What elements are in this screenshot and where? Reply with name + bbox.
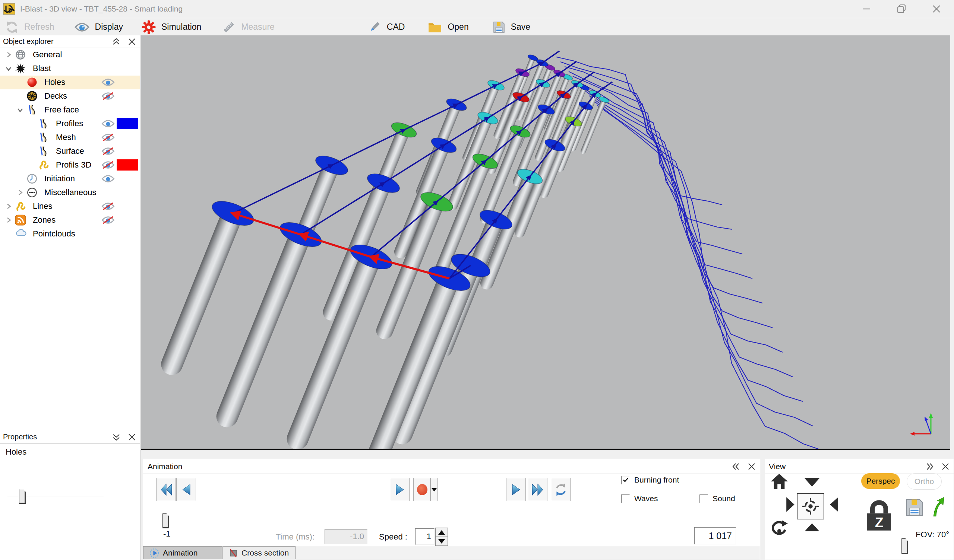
pan-up-button[interactable] bbox=[803, 523, 821, 532]
tree-item-holes[interactable]: Holes bbox=[0, 76, 140, 89]
chevron-right-icon[interactable] bbox=[5, 51, 12, 58]
toolbar-item-open[interactable]: Open bbox=[428, 21, 468, 33]
chevron-down-icon[interactable] bbox=[17, 106, 23, 113]
tree-item-zones[interactable]: Zones bbox=[0, 213, 140, 227]
tree-item-label: Lines bbox=[33, 201, 53, 211]
toolbar-item-cad[interactable]: CAD bbox=[368, 20, 405, 34]
blast-3d-scene[interactable] bbox=[141, 35, 950, 449]
tree-item-miscellaneous[interactable]: Miscellaneous bbox=[0, 186, 140, 199]
tree-item-decks[interactable]: Decks bbox=[0, 89, 140, 103]
sound-checkbox-row[interactable]: Sound bbox=[700, 494, 735, 503]
play-button[interactable] bbox=[390, 478, 410, 501]
misc-icon bbox=[26, 187, 37, 198]
export-up-button[interactable] bbox=[931, 496, 945, 517]
toolbar-label-cad: CAD bbox=[387, 22, 405, 32]
freeface-icon bbox=[38, 132, 49, 143]
3d-viewport[interactable] bbox=[141, 35, 950, 450]
speed-down-button[interactable] bbox=[435, 537, 448, 546]
toolbar-item-display[interactable]: Display bbox=[75, 22, 123, 33]
perspective-toggle[interactable]: Perspec bbox=[861, 473, 900, 489]
time-field[interactable]: -1.0 bbox=[324, 529, 368, 544]
collapse-panel-icon[interactable] bbox=[112, 432, 121, 442]
tree-item-profils-3d[interactable]: Profils 3D bbox=[0, 158, 140, 172]
toolbar-item-save[interactable]: Save bbox=[493, 21, 530, 34]
collapse-panel-icon[interactable] bbox=[112, 37, 121, 46]
record-button[interactable] bbox=[413, 478, 438, 501]
waves-checkbox-row[interactable]: Waves bbox=[621, 494, 658, 503]
speed-field[interactable]: 1 bbox=[415, 528, 435, 545]
pan-down-button[interactable] bbox=[803, 477, 821, 487]
loop-button[interactable] bbox=[551, 478, 571, 501]
burning-front-checkbox[interactable] bbox=[621, 476, 630, 484]
tab-animation-label: Animation bbox=[163, 548, 198, 557]
tree-item-profiles[interactable]: Profiles bbox=[0, 117, 140, 131]
close-button[interactable] bbox=[919, 0, 954, 18]
tree-item-pointclouds[interactable]: Pointclouds bbox=[0, 227, 140, 241]
toolbar-label-simulation: Simulation bbox=[161, 22, 201, 32]
visibility-eye-icon[interactable] bbox=[101, 119, 115, 128]
chevron-right-icon[interactable] bbox=[5, 203, 12, 210]
tree-item-lines[interactable]: Lines bbox=[0, 199, 140, 213]
step-forward-button[interactable] bbox=[506, 478, 526, 501]
restore-button[interactable] bbox=[884, 0, 919, 18]
sound-checkbox[interactable] bbox=[700, 495, 708, 503]
burning-front-checkbox-row[interactable]: Burning front bbox=[621, 476, 679, 484]
visibility-eye-icon[interactable] bbox=[101, 174, 115, 183]
pan-left-button[interactable] bbox=[829, 496, 839, 513]
fov-slider-thumb[interactable] bbox=[901, 538, 908, 554]
close-panel-icon[interactable] bbox=[128, 37, 136, 46]
color-swatch[interactable] bbox=[117, 118, 138, 129]
visibility-eye-off-icon[interactable] bbox=[101, 133, 115, 142]
tree-item-free-face[interactable]: Free face bbox=[0, 103, 140, 117]
visibility-eye-off-icon[interactable] bbox=[101, 92, 115, 101]
timeline-slider-thumb[interactable] bbox=[162, 513, 169, 528]
tab-cross-section-label: Cross section bbox=[242, 548, 289, 557]
open-folder-icon bbox=[428, 21, 442, 33]
tree-item-initiation[interactable]: Initiation bbox=[0, 172, 140, 186]
expand-panel-icon[interactable] bbox=[925, 462, 934, 471]
waves-checkbox[interactable] bbox=[621, 495, 630, 503]
toolbar-item-refresh[interactable]: Refresh bbox=[5, 20, 55, 34]
minimize-button[interactable] bbox=[849, 0, 884, 18]
save-view-button[interactable] bbox=[905, 498, 924, 517]
visibility-eye-off-icon[interactable] bbox=[101, 160, 115, 170]
collapse-panel-icon[interactable] bbox=[731, 462, 740, 471]
visibility-eye-off-icon[interactable] bbox=[101, 202, 115, 211]
chevron-down-icon[interactable] bbox=[5, 65, 12, 72]
holes-size-slider-thumb[interactable] bbox=[19, 489, 26, 504]
toolbar-item-simulation[interactable]: Simulation bbox=[142, 20, 201, 34]
tab-cross-section[interactable]: Cross section bbox=[223, 546, 296, 559]
close-panel-icon[interactable] bbox=[747, 462, 756, 471]
step-back-button[interactable] bbox=[176, 478, 196, 501]
fast-forward-button[interactable] bbox=[528, 478, 547, 501]
tree-item-mesh[interactable]: Mesh bbox=[0, 131, 140, 145]
toolbar-item-measure[interactable]: Measure bbox=[222, 20, 274, 34]
close-panel-icon[interactable] bbox=[941, 462, 950, 471]
speed-up-button[interactable] bbox=[435, 527, 448, 537]
tab-animation[interactable]: Animation bbox=[143, 546, 222, 559]
chevron-right-icon[interactable] bbox=[17, 189, 23, 196]
toolbar-label-measure: Measure bbox=[241, 22, 274, 32]
tree-item-blast[interactable]: Blast bbox=[0, 62, 140, 76]
home-view-button[interactable] bbox=[770, 473, 788, 490]
color-swatch[interactable] bbox=[117, 159, 138, 171]
ortho-toggle[interactable]: Ortho bbox=[907, 473, 942, 490]
speed-stepper[interactable] bbox=[435, 527, 448, 546]
visibility-eye-off-icon[interactable] bbox=[101, 147, 115, 156]
record-dropdown-arrow-icon[interactable] bbox=[431, 485, 438, 494]
lock-z-button[interactable]: Z bbox=[865, 498, 894, 533]
close-panel-icon[interactable] bbox=[128, 432, 136, 442]
chevron-right-icon[interactable] bbox=[5, 217, 12, 223]
visibility-eye-off-icon[interactable] bbox=[101, 216, 115, 224]
freeface-icon bbox=[38, 146, 49, 157]
frame-counter-field[interactable]: 1 017 bbox=[694, 527, 736, 544]
pan-right-button[interactable] bbox=[786, 496, 795, 513]
tree-item-surface[interactable]: Surface bbox=[0, 145, 140, 158]
timeline-slider-track[interactable] bbox=[165, 521, 755, 522]
rewind-button[interactable] bbox=[156, 478, 176, 501]
down-arrow-icon bbox=[438, 539, 445, 544]
rotate-view-button[interactable] bbox=[770, 520, 788, 537]
center-view-button[interactable] bbox=[797, 493, 824, 520]
tree-item-general[interactable]: General bbox=[0, 48, 140, 62]
visibility-eye-icon[interactable] bbox=[101, 78, 115, 87]
